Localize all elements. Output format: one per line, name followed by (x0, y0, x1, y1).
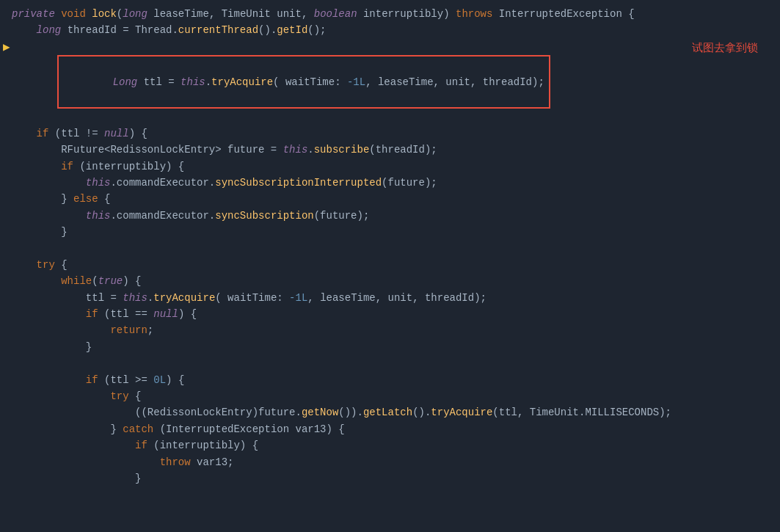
code-line-6: if (interruptibly) { (0, 158, 780, 175)
field-cmdExec-1: commandExecutor. (117, 175, 215, 191)
yellow-arrow-icon: ▶ (3, 39, 10, 58)
brace-4: } (61, 224, 67, 240)
keyword-throws: throws (456, 6, 499, 22)
code-line-12: try { (0, 257, 780, 273)
kw-if-1: if (37, 125, 55, 142)
type-long: long (123, 6, 153, 22)
brace-5: { (61, 257, 67, 273)
kw-this-3: this (86, 175, 111, 191)
keyword-private: private (12, 6, 61, 22)
semi-1: (); (307, 22, 326, 38)
num-neg1L-2: -1L (289, 290, 307, 306)
code-line-13: while(true) { (0, 273, 780, 289)
type-boolean: boolean (314, 6, 363, 22)
code-line-18 (0, 355, 780, 371)
type-RFuture: RFuture<RedissonLockEntry> future = (61, 142, 283, 158)
code-line-5: RFuture<RedissonLockEntry> future = this… (0, 142, 780, 158)
type-TimeUnit: TimeUnit (222, 6, 277, 22)
kw-throw: throw (160, 454, 197, 470)
code-line-17: } (0, 339, 780, 355)
code-line-24: throw var13; (0, 454, 780, 470)
field-cmdExec-2: commandExecutor. (117, 208, 215, 224)
kw-this-5: this (123, 290, 147, 306)
param-waitTime-label: waitTime: (285, 76, 347, 88)
paren-5: (threadId); (369, 142, 437, 158)
kw-try-2: try (110, 388, 135, 404)
cond-2: (interruptibly) { (79, 158, 184, 175)
method-currentThread: currentThread (178, 22, 258, 38)
paren-3: ( (273, 76, 285, 88)
code-line-14: ttl = this.tryAcquire( waitTime: -1L, le… (0, 290, 780, 306)
code-line-25: } (0, 470, 780, 487)
kw-null-2: null (153, 306, 178, 322)
paren-7: (future); (382, 175, 437, 191)
semi-16: ; (147, 322, 153, 338)
params-14: , leaseTime, unit, threadId); (307, 290, 486, 306)
paren-9: (future); (314, 208, 370, 224)
kw-while: while (61, 273, 92, 289)
kw-try-1: try (37, 257, 62, 273)
code-line-20: try { (0, 388, 780, 404)
method-tryAcquire-3: tryAcquire (431, 404, 492, 420)
dot-2: . (307, 142, 313, 158)
code-line-7: this.commandExecutor.syncSubscriptionInt… (0, 175, 780, 191)
paren-21b: (). (412, 404, 431, 420)
cast-expr: ((RedissonLockEntry)future. (135, 404, 302, 420)
dot-4: . (110, 208, 116, 224)
paren-14: ( (215, 290, 227, 306)
code-line-15: if (ttl == null) { (0, 306, 780, 322)
kw-catch: catch (123, 421, 159, 437)
var-ttl-2: ttl = (86, 290, 123, 306)
dot-3: . (110, 175, 116, 191)
num-0L: 0L (153, 372, 166, 388)
var13: var13; (197, 454, 233, 470)
exception-type: InterruptedException { (499, 6, 635, 22)
brace-11: } (110, 421, 123, 437)
dot-5: . (147, 290, 153, 306)
cond-1: (ttl != (55, 125, 104, 142)
var-threadId: threadId = (68, 22, 135, 38)
code-line-21: ((RedissonLockEntry)future.getNow()).get… (0, 404, 780, 420)
kw-if-3: if (86, 306, 104, 322)
code-line-22: } catch (InterruptedException var13) { (0, 421, 780, 437)
kw-else: else (73, 191, 104, 207)
code-line-2: long threadId = Thread.currentThread().g… (0, 22, 780, 38)
method-syncSub: syncSubscription (215, 208, 313, 224)
paren-21c: (ttl, TimeUnit.MILLISECONDS); (492, 404, 671, 420)
brace-10: { (135, 388, 141, 404)
cond-3: (ttl == (104, 306, 153, 322)
code-line-8: } else { (0, 191, 780, 207)
method-subscribe: subscribe (314, 142, 370, 158)
comma-1: , leaseTime, unit, threadId); (365, 76, 544, 88)
dot-1: . (205, 76, 211, 88)
brace-1: ) { (129, 125, 147, 142)
paren-13: ( (92, 273, 98, 289)
paren-open: ( (117, 6, 123, 22)
code-line-1: private void lock(long leaseTime, TimeUn… (0, 6, 780, 22)
code-line-11 (0, 240, 780, 256)
kw-this-2: this (283, 142, 308, 158)
code-line-3: ▶ Long ttl = this.tryAcquire( waitTime: … (0, 39, 780, 125)
kw-if-5: if (135, 437, 153, 453)
brace-2: } (61, 191, 73, 207)
code-line-19: if (ttl >= 0L) { (0, 372, 780, 388)
code-container: private void lock(long leaseTime, TimeUn… (0, 0, 780, 492)
code-line-4: if (ttl != null) { (0, 125, 780, 142)
kw-return: return (110, 322, 147, 338)
kw-if-4: if (86, 372, 104, 388)
code-line-9: this.commandExecutor.syncSubscription(fu… (0, 208, 780, 224)
type-long-2: long (37, 22, 68, 38)
paren-2: (). (258, 22, 277, 38)
method-tryAcquire-2: tryAcquire (153, 290, 215, 306)
paren-21a: ()). (338, 404, 363, 420)
method-getNow: getNow (302, 404, 338, 420)
brace-7: ) { (178, 306, 197, 322)
param-interruptibly: interruptibly) (363, 6, 456, 22)
keyword-void: void (61, 6, 92, 22)
param-leaseTime: leaseTime, (153, 6, 221, 22)
kw-true: true (98, 273, 123, 289)
kw-this: this (181, 76, 205, 88)
method-tryAcquire: tryAcquire (211, 76, 273, 88)
cond-4: (ttl >= (104, 372, 153, 388)
param-waitTime-label-2: waitTime: (227, 290, 289, 306)
